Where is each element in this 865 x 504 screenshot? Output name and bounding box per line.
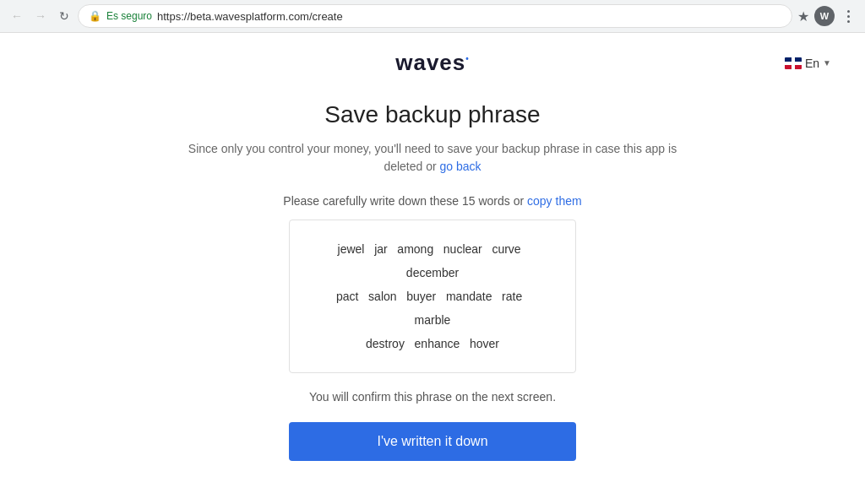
logo: waves• xyxy=(395,50,470,76)
phrase-instruction-text: Please carefully write down these 15 wor… xyxy=(283,194,527,208)
page-header: waves• En ▼ xyxy=(0,50,865,76)
logo-dot: • xyxy=(465,54,470,63)
menu-dot xyxy=(847,10,850,13)
go-back-link[interactable]: go back xyxy=(440,160,481,173)
url-text: https://beta.wavesplatform.com/create xyxy=(157,10,781,23)
extension-button[interactable]: W xyxy=(814,6,835,26)
phrase-words: jewel jar among nuclear curve decemberpa… xyxy=(336,242,529,350)
confirm-text: You will confirm this phrase on the next… xyxy=(309,390,556,404)
chevron-down-icon: ▼ xyxy=(823,58,831,68)
menu-dot xyxy=(847,15,850,18)
page-title: Save backup phrase xyxy=(324,101,540,128)
back-button[interactable]: ← xyxy=(7,6,27,26)
browser-toolbar: ← → ↻ 🔒 Es seguro https://beta.wavesplat… xyxy=(0,0,865,32)
lang-label: En xyxy=(805,57,819,70)
written-it-down-button[interactable]: I've written it down xyxy=(289,422,576,461)
address-bar[interactable]: 🔒 Es seguro https://beta.wavesplatform.c… xyxy=(78,4,792,28)
language-selector[interactable]: En ▼ xyxy=(785,57,831,70)
browser-chrome: ← → ↻ 🔒 Es seguro https://beta.wavesplat… xyxy=(0,0,865,33)
lock-icon: 🔒 xyxy=(89,10,101,22)
forward-button[interactable]: → xyxy=(30,6,51,26)
logo-text: waves xyxy=(395,50,465,75)
reload-button[interactable]: ↻ xyxy=(54,6,74,26)
page-content: waves• En ▼ Save backup phrase Since onl… xyxy=(0,33,865,504)
copy-them-link[interactable]: copy them xyxy=(527,194,582,208)
menu-dot xyxy=(847,20,850,23)
chrome-menu-button[interactable] xyxy=(838,6,858,26)
subtitle-text: Since only you control your money, you'l… xyxy=(188,142,677,173)
bookmark-button[interactable]: ★ xyxy=(796,7,811,26)
phrase-instruction: Please carefully write down these 15 wor… xyxy=(283,194,581,208)
flag-icon xyxy=(785,57,802,69)
phrase-box: jewel jar among nuclear curve decemberpa… xyxy=(289,219,576,373)
main-content: Save backup phrase Since only you contro… xyxy=(179,101,686,461)
secure-text: Es seguro xyxy=(106,10,152,22)
page-subtitle: Since only you control your money, you'l… xyxy=(179,140,686,176)
